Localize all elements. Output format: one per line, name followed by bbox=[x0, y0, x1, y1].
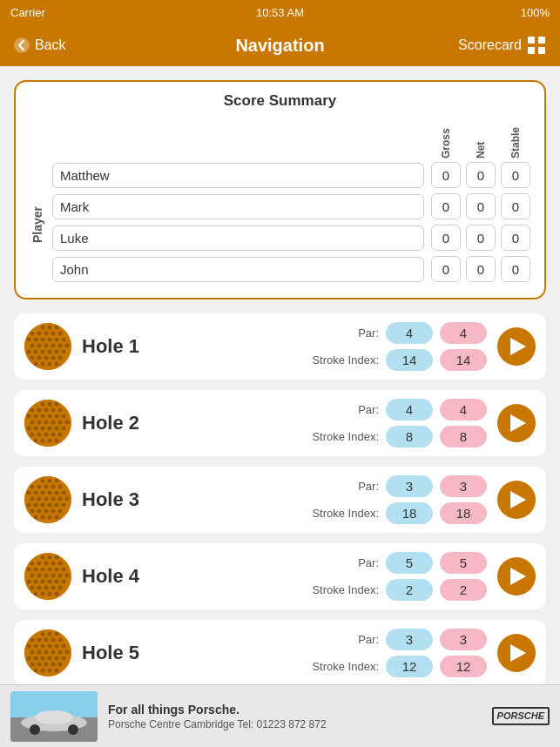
svg-point-127 bbox=[62, 568, 66, 572]
svg-point-176 bbox=[30, 663, 35, 667]
svg-point-87 bbox=[34, 491, 38, 495]
svg-point-44 bbox=[55, 402, 59, 407]
svg-point-102 bbox=[55, 503, 59, 508]
svg-point-64 bbox=[41, 427, 45, 431]
svg-point-40 bbox=[55, 362, 59, 367]
hole-row-4: Hole 5 Par: 3 3 Stroke Index: 12 12 bbox=[14, 620, 546, 684]
svg-point-133 bbox=[65, 574, 70, 578]
svg-point-75 bbox=[48, 439, 52, 443]
player-name-3[interactable] bbox=[52, 257, 424, 282]
svg-point-26 bbox=[27, 350, 31, 354]
back-button[interactable]: Back bbox=[14, 37, 66, 53]
svg-point-15 bbox=[34, 338, 38, 342]
svg-point-70 bbox=[44, 433, 49, 437]
svg-point-106 bbox=[44, 509, 49, 514]
hole-row-0: Hole 1 Par: 4 4 Stroke Index: 14 14 bbox=[14, 313, 546, 380]
svg-point-19 bbox=[62, 338, 66, 342]
ad-text: For all things Porsche. Porsche Centre C… bbox=[108, 703, 482, 730]
score-stable-1: 0 bbox=[501, 193, 530, 219]
score-net-1: 0 bbox=[466, 193, 496, 219]
ad-subline: Porsche Centre Cambridge Tel: 01223 872 … bbox=[108, 718, 482, 730]
svg-point-58 bbox=[44, 421, 49, 425]
svg-rect-1 bbox=[528, 37, 535, 44]
carrier-label: Carrier bbox=[10, 6, 45, 19]
svg-point-35 bbox=[51, 356, 56, 360]
score-gross-3: 0 bbox=[431, 256, 461, 282]
play-button-1[interactable] bbox=[497, 404, 536, 442]
svg-point-115 bbox=[48, 555, 52, 560]
play-button-3[interactable] bbox=[497, 557, 536, 596]
svg-point-82 bbox=[37, 485, 42, 489]
svg-point-161 bbox=[48, 644, 52, 649]
stroke-row-4: Stroke Index: 12 12 bbox=[171, 656, 487, 677]
stroke-label-4: Stroke Index: bbox=[309, 660, 379, 673]
svg-point-20 bbox=[30, 344, 35, 348]
play-triangle-2 bbox=[510, 491, 526, 508]
hole-stats-2: Par: 3 3 Stroke Index: 18 18 bbox=[171, 475, 487, 524]
play-triangle-0 bbox=[510, 338, 526, 355]
back-chevron-icon bbox=[14, 37, 30, 53]
svg-point-159 bbox=[34, 644, 38, 649]
scorecard-button[interactable]: Scorecard bbox=[458, 36, 546, 55]
svg-point-226 bbox=[68, 724, 78, 735]
svg-point-9 bbox=[30, 332, 35, 336]
svg-point-72 bbox=[58, 433, 63, 437]
svg-point-173 bbox=[48, 656, 52, 661]
stroke-pink-0: 14 bbox=[440, 349, 487, 371]
svg-point-36 bbox=[58, 356, 63, 360]
play-button-4[interactable] bbox=[497, 634, 536, 672]
player-row-3: 0 0 0 bbox=[52, 256, 530, 282]
svg-point-119 bbox=[44, 562, 49, 566]
score-gross-0: 0 bbox=[431, 162, 461, 188]
svg-point-66 bbox=[55, 427, 59, 431]
stable-header: Stable bbox=[501, 120, 530, 158]
svg-point-49 bbox=[58, 408, 63, 413]
svg-point-116 bbox=[55, 555, 59, 560]
svg-point-17 bbox=[48, 338, 52, 342]
player-row-1: 0 0 0 bbox=[52, 193, 530, 219]
nav-title: Navigation bbox=[235, 36, 324, 56]
par-label-1: Par: bbox=[309, 403, 379, 416]
par-pink-3: 5 bbox=[440, 552, 487, 574]
svg-point-139 bbox=[62, 580, 66, 584]
svg-point-99 bbox=[34, 503, 38, 508]
svg-point-130 bbox=[44, 574, 49, 578]
svg-point-71 bbox=[51, 433, 56, 437]
svg-point-184 bbox=[55, 669, 59, 673]
play-button-2[interactable] bbox=[497, 481, 536, 519]
svg-point-134 bbox=[27, 580, 31, 584]
stroke-row-3: Stroke Index: 2 2 bbox=[171, 579, 487, 601]
porsche-logo: PORSCHE bbox=[492, 707, 550, 725]
svg-point-48 bbox=[51, 408, 56, 413]
play-button-0[interactable] bbox=[497, 327, 536, 366]
svg-point-183 bbox=[48, 669, 52, 673]
stroke-label-0: Stroke Index: bbox=[309, 353, 379, 367]
svg-point-96 bbox=[58, 497, 63, 501]
stroke-pink-3: 2 bbox=[440, 579, 487, 601]
svg-point-141 bbox=[37, 586, 42, 590]
svg-point-101 bbox=[48, 503, 52, 508]
stroke-row-2: Stroke Index: 18 18 bbox=[171, 502, 487, 524]
hole-name-2: Hole 3 bbox=[82, 488, 160, 511]
svg-point-147 bbox=[48, 592, 52, 596]
svg-point-24 bbox=[58, 344, 63, 348]
svg-point-34 bbox=[44, 356, 49, 360]
svg-point-57 bbox=[37, 421, 42, 425]
player-name-2[interactable] bbox=[52, 225, 424, 251]
par-pink-4: 3 bbox=[440, 629, 487, 650]
player-name-0[interactable] bbox=[52, 163, 424, 188]
svg-point-162 bbox=[55, 644, 59, 649]
svg-point-172 bbox=[41, 656, 45, 661]
player-name-1[interactable] bbox=[52, 194, 424, 219]
golf-ball-1 bbox=[24, 400, 71, 447]
par-row-3: Par: 5 5 bbox=[171, 552, 487, 574]
svg-point-146 bbox=[41, 592, 45, 596]
stroke-blue-4: 12 bbox=[386, 656, 433, 677]
svg-point-27 bbox=[34, 350, 38, 354]
hole-row-2: Hole 3 Par: 3 3 Stroke Index: 18 18 bbox=[14, 467, 546, 533]
stable-label: Stable bbox=[509, 120, 522, 158]
net-label: Net bbox=[475, 120, 487, 158]
svg-point-78 bbox=[41, 479, 45, 483]
svg-point-142 bbox=[44, 586, 49, 590]
svg-point-22 bbox=[44, 344, 49, 348]
